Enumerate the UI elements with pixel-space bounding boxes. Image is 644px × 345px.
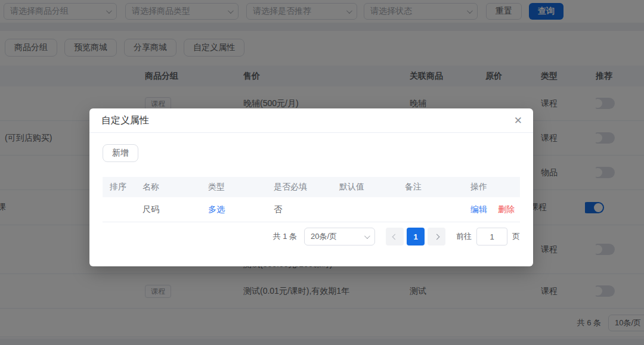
modal-title: 自定义属性 xyxy=(101,114,149,127)
custom-attributes-modal: 自定义属性 ✕ 新增 排序 名称 类型 是否必填 默认值 备注 操作 尺码 多选… xyxy=(89,108,533,266)
edit-link[interactable]: 编辑 xyxy=(470,204,487,214)
modal-body: 新增 排序 名称 类型 是否必填 默认值 备注 操作 尺码 多选 否 编辑 xyxy=(89,133,533,245)
cell-actions: 编辑 删除 xyxy=(463,204,520,215)
modal-header: 自定义属性 ✕ xyxy=(89,108,533,133)
col-attr-type: 类型 xyxy=(201,182,267,192)
close-icon[interactable]: ✕ xyxy=(514,116,522,126)
chevron-left-icon xyxy=(392,234,398,240)
col-remark: 备注 xyxy=(398,182,463,192)
col-actions: 操作 xyxy=(463,182,520,192)
col-default: 默认值 xyxy=(332,182,398,192)
cell-attr-name: 尺码 xyxy=(135,204,201,215)
goto-page-input[interactable] xyxy=(476,228,507,245)
delete-link[interactable]: 删除 xyxy=(498,204,515,214)
page-unit-label: 页 xyxy=(512,231,520,242)
pagination-page-size-select[interactable]: 20条/页 xyxy=(304,228,375,245)
chevron-down-icon xyxy=(364,233,370,239)
col-attr-name: 名称 xyxy=(135,182,201,192)
prev-page-button[interactable] xyxy=(386,228,404,245)
chevron-right-icon xyxy=(434,234,439,240)
goto-label: 前往 xyxy=(456,231,472,242)
col-required: 是否必填 xyxy=(267,182,332,192)
next-page-button[interactable] xyxy=(428,228,445,245)
cell-required: 否 xyxy=(267,204,332,215)
attributes-table: 排序 名称 类型 是否必填 默认值 备注 操作 尺码 多选 否 编辑 删除 xyxy=(103,177,520,222)
modal-pagination: 共 1 条 20条/页 1 前往 页 xyxy=(103,228,520,245)
add-attribute-button[interactable]: 新增 xyxy=(103,144,138,162)
attribute-row: 尺码 多选 否 编辑 删除 xyxy=(103,197,520,222)
attributes-table-header: 排序 名称 类型 是否必填 默认值 备注 操作 xyxy=(103,177,520,197)
col-sort: 排序 xyxy=(103,182,135,192)
pagination-page-size-value: 20条/页 xyxy=(311,231,337,242)
pagination-total: 共 1 条 xyxy=(273,231,297,242)
attr-type-link[interactable]: 多选 xyxy=(201,204,267,215)
current-page-button[interactable]: 1 xyxy=(407,228,425,245)
